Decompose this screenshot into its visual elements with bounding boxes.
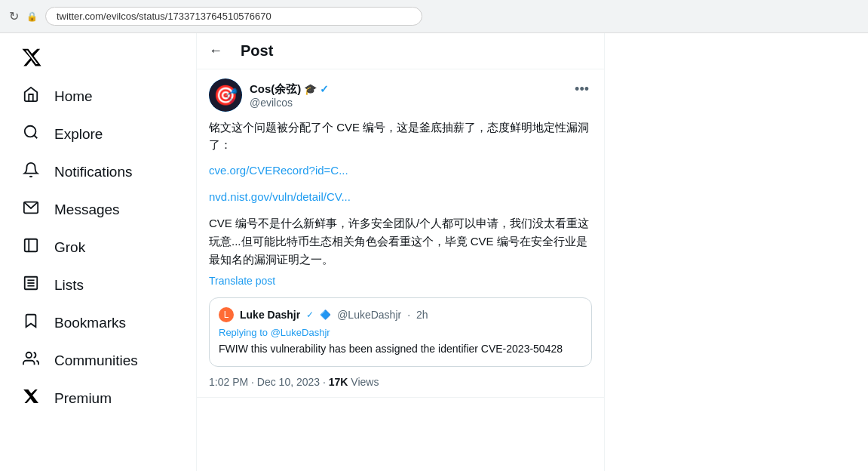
sidebar-item-explore-label: Explore xyxy=(54,126,103,143)
tweet-link-cve[interactable]: cve.org/CVERecord?id=C... xyxy=(209,162,592,180)
search-icon xyxy=(21,124,41,145)
app-container: Home Explore Notifications xyxy=(0,33,868,471)
tweet-body-text-2: CVE 编号不是什么新鲜事，许多安全团队/个人都可以申请，我们没太看重这玩意..… xyxy=(209,214,592,269)
sidebar-item-home[interactable]: Home xyxy=(9,78,187,115)
quoted-author-name: Luke Dashjr xyxy=(240,309,300,321)
tweet-author-left: 🎯 Cos(余弦) 🎓 ✓ @evilcos xyxy=(209,78,329,112)
sidebar-item-explore[interactable]: Explore xyxy=(9,116,187,152)
author-info: Cos(余弦) 🎓 ✓ @evilcos xyxy=(250,82,329,109)
quoted-tweet-time: · xyxy=(407,309,410,321)
tweet-views-label: Views xyxy=(351,376,379,388)
grok-icon xyxy=(21,237,41,258)
post-navigation: ← Post xyxy=(197,33,604,69)
tweet-time: 1:02 PM xyxy=(209,376,248,388)
sidebar-item-communities-label: Communities xyxy=(54,352,138,369)
quoted-replying-label: Replying to @LukeDashjr xyxy=(219,327,330,338)
quoted-tweet-time-value: 2h xyxy=(416,309,428,321)
svg-rect-3 xyxy=(25,239,38,252)
right-panel xyxy=(604,33,868,471)
tweet-links: cve.org/CVERecord?id=C... nvd.nist.gov/v… xyxy=(209,162,592,205)
sidebar-item-home-label: Home xyxy=(54,88,93,105)
quoted-author-row: L Luke Dashjr ✓ 🔷 @LukeDashjr · 2h xyxy=(219,307,582,322)
avatar-image: 🎯 xyxy=(209,78,242,112)
lock-icon: 🔒 xyxy=(26,11,38,22)
author-name: Cos(余弦) xyxy=(250,82,301,97)
tweet-body-text-1: 铭文这个问题被分配了个 CVE 编号，这是釜底抽薪了，态度鲜明地定性漏洞了： xyxy=(209,119,592,153)
communities-icon xyxy=(21,350,41,371)
x-logo[interactable] xyxy=(9,39,187,75)
sidebar-item-messages[interactable]: Messages xyxy=(9,192,187,228)
translate-post-button[interactable]: Translate post xyxy=(209,275,592,287)
sidebar-item-premium-label: Premium xyxy=(54,390,112,407)
author-emoji-badge: 🎓 xyxy=(304,83,317,95)
quoted-avatar: L xyxy=(219,307,234,322)
sidebar-item-bookmarks-label: Bookmarks xyxy=(54,315,126,331)
sidebar-item-notifications[interactable]: Notifications xyxy=(9,154,187,190)
quoted-tweet-text: FWIW this vulnerability has been assigne… xyxy=(219,341,582,357)
url-bar[interactable]: twitter.com/evilcos/status/1733713764510… xyxy=(45,7,422,26)
sidebar: Home Explore Notifications xyxy=(0,33,196,471)
sidebar-item-communities[interactable]: Communities xyxy=(9,343,187,379)
tweet-meta-dot1: · xyxy=(251,376,257,388)
svg-point-9 xyxy=(26,352,32,358)
tweet-author-row: 🎯 Cos(余弦) 🎓 ✓ @evilcos ••• xyxy=(209,78,592,112)
bell-icon xyxy=(21,162,41,183)
sidebar-item-grok[interactable]: Grok xyxy=(9,229,187,266)
main-content: ← Post 🎯 Cos(余弦) 🎓 ✓ @evilcos xyxy=(196,33,604,471)
quoted-verified-badge: ✓ xyxy=(306,309,314,320)
quoted-tweet[interactable]: L Luke Dashjr ✓ 🔷 @LukeDashjr · 2h Reply… xyxy=(209,297,592,367)
author-name-row: Cos(余弦) 🎓 ✓ xyxy=(250,82,329,97)
quoted-replying-to: Replying to @LukeDashjr xyxy=(219,327,582,338)
tweet-views-count: 17K xyxy=(329,376,348,388)
more-options-button[interactable]: ••• xyxy=(572,78,592,100)
back-button[interactable]: ← xyxy=(209,43,222,59)
svg-point-0 xyxy=(25,126,36,137)
refresh-icon[interactable]: ↻ xyxy=(9,9,19,23)
svg-line-1 xyxy=(34,135,37,138)
quoted-author-handle: @LukeDashjr xyxy=(337,309,401,321)
premium-icon xyxy=(21,388,41,409)
lists-icon xyxy=(21,275,41,296)
tweet-meta: 1:02 PM · Dec 10, 2023 · 17K Views xyxy=(209,376,592,388)
mail-icon xyxy=(21,199,41,220)
sidebar-item-lists-label: Lists xyxy=(54,277,84,294)
sidebar-item-bookmarks[interactable]: Bookmarks xyxy=(9,305,187,341)
home-icon xyxy=(21,86,41,107)
sidebar-item-premium[interactable]: Premium xyxy=(9,380,187,417)
avatar[interactable]: 🎯 xyxy=(209,78,242,112)
sidebar-item-notifications-label: Notifications xyxy=(54,164,133,180)
author-handle: @evilcos xyxy=(250,97,329,109)
bookmark-icon xyxy=(21,312,41,334)
browser-chrome: ↻ 🔒 twitter.com/evilcos/status/173371376… xyxy=(0,0,868,33)
sidebar-item-lists[interactable]: Lists xyxy=(9,267,187,303)
tweet-container: 🎯 Cos(余弦) 🎓 ✓ @evilcos ••• 铭文这个问题被分配了个 C… xyxy=(197,69,604,398)
post-title: Post xyxy=(241,42,273,60)
tweet-link-nvd[interactable]: nvd.nist.gov/vuln/detail/CV... xyxy=(209,189,592,206)
verified-badge: ✓ xyxy=(320,83,329,95)
sidebar-item-grok-label: Grok xyxy=(54,239,85,256)
tweet-date: Dec 10, 2023 xyxy=(257,376,320,388)
tweet-meta-dot2: · xyxy=(323,376,329,388)
quoted-author-badge: 🔷 xyxy=(320,309,331,320)
sidebar-item-messages-label: Messages xyxy=(54,202,120,218)
